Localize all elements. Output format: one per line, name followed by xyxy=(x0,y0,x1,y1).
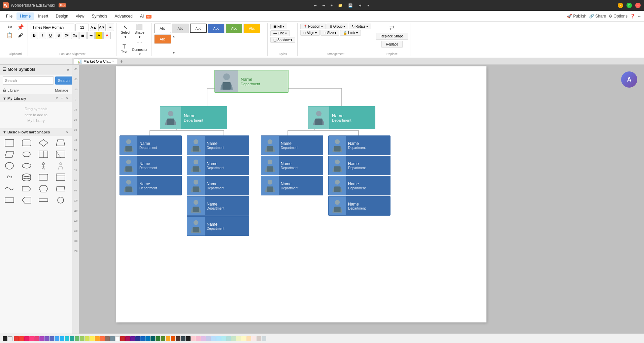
menu-home[interactable]: Home xyxy=(16,12,34,20)
close-button[interactable]: × xyxy=(635,3,641,8)
color-swatch-pink[interactable] xyxy=(24,336,29,341)
tab-market-org[interactable]: 📊 Market Org Ch... × xyxy=(74,58,118,64)
shape-divider-rect[interactable] xyxy=(3,195,16,205)
shape-trapezoid[interactable] xyxy=(54,138,67,148)
toolbar-redo[interactable]: ↪ xyxy=(320,3,327,8)
org-node-c4-1[interactable]: NameDepartment xyxy=(328,135,391,155)
org-node-c4-2[interactable]: NameDepartment xyxy=(328,156,391,175)
shape-person[interactable] xyxy=(37,161,50,171)
color-swatch-grey[interactable] xyxy=(110,336,115,341)
align-btn2[interactable]: ⊟ Align ▾ xyxy=(300,30,320,36)
position-btn[interactable]: 📍 Position ▾ xyxy=(300,24,326,29)
color-swatch-darkorange[interactable] xyxy=(171,336,175,341)
color-swatch-lightgreybg[interactable] xyxy=(262,336,266,341)
org-node-c2-3[interactable]: NameDepartment xyxy=(187,176,249,195)
rotate-btn[interactable]: ↻ Rotate ▾ xyxy=(349,24,371,29)
shape-rect-thin[interactable] xyxy=(37,195,50,205)
help-btn[interactable]: ❓ xyxy=(630,14,635,19)
org-node-c2-5[interactable]: NameDepartment xyxy=(187,216,249,236)
shape-style-7[interactable]: Abc xyxy=(154,34,171,44)
align-btn[interactable]: ≡ xyxy=(107,24,114,31)
color-swatch-darkblue[interactable] xyxy=(140,336,145,341)
menu-design[interactable]: Design xyxy=(52,12,71,20)
color-swatch-lime[interactable] xyxy=(85,336,90,341)
menu-file[interactable]: File xyxy=(3,12,16,20)
toolbar-open[interactable]: 📁 xyxy=(336,3,344,8)
styles-expand-up[interactable]: ▲ xyxy=(172,34,175,38)
org-node-c1-2[interactable]: NameDepartment xyxy=(120,156,182,175)
color-swatch-lightpink[interactable] xyxy=(196,336,201,341)
replace-shape-btn[interactable]: Replace Shape xyxy=(376,33,408,40)
color-swatch-violet[interactable] xyxy=(44,336,49,341)
font-name-input[interactable] xyxy=(31,24,74,31)
menu-insert[interactable]: Insert xyxy=(35,12,52,20)
color-swatch-blue[interactable] xyxy=(55,336,59,341)
shape-btn[interactable]: ⬜ Shape▾ xyxy=(133,24,146,40)
size-btn[interactable]: ⊡ Size ▾ xyxy=(320,30,339,36)
cut-btn[interactable]: ✂ xyxy=(5,24,15,31)
color-swatch-black[interactable] xyxy=(186,336,191,341)
color-swatch-pink3[interactable] xyxy=(34,336,39,341)
minimize-button[interactable]: − xyxy=(618,3,623,8)
org-node-l1-left[interactable]: Name Department xyxy=(160,106,227,129)
panel-collapse-btn[interactable]: « xyxy=(67,67,69,72)
color-swatch-lightcyan2[interactable] xyxy=(216,336,221,341)
toolbar-new[interactable]: + xyxy=(329,3,334,8)
shape-parallelogram[interactable] xyxy=(3,149,16,159)
increase-font-btn[interactable]: A▲ xyxy=(90,24,97,31)
shape-yes[interactable]: Yes xyxy=(3,172,16,182)
shapes-close-btn[interactable]: × xyxy=(65,130,69,134)
color-swatch-darkindigo[interactable] xyxy=(135,336,140,341)
underline-btn[interactable]: U xyxy=(47,32,54,39)
color-swatch-darkred[interactable] xyxy=(120,336,125,341)
org-node-top[interactable]: Name Department xyxy=(214,70,289,93)
menu-view[interactable]: View xyxy=(72,12,88,20)
font-size-input[interactable] xyxy=(75,24,89,31)
canvas-area[interactable]: -30 -20 -10 0 10 20 30 40 50 60 70 80 90… xyxy=(72,65,644,334)
shape-style-4[interactable]: Abc xyxy=(208,24,225,33)
shape-split-rect[interactable] xyxy=(37,149,50,159)
toolbar-more[interactable]: ▾ xyxy=(366,3,371,8)
lock-btn[interactable]: 🔒 Lock ▾ xyxy=(340,30,361,36)
color-swatch-red1[interactable] xyxy=(14,336,19,341)
fill-btn[interactable]: ▣ Fill ▾ xyxy=(270,24,287,29)
shape-stadium[interactable] xyxy=(20,149,33,159)
org-node-c3-2[interactable]: NameDepartment xyxy=(261,156,323,175)
canvas-page[interactable]: Name Department Name Department xyxy=(116,66,486,322)
org-node-c2-1[interactable]: NameDepartment xyxy=(187,135,249,155)
options-btn[interactable]: ⚙ Options xyxy=(609,14,628,19)
color-picker-btn[interactable] xyxy=(3,336,7,341)
replace-btn[interactable]: Replace xyxy=(381,41,403,48)
connector-btn[interactable]: ⌒ Connector▾ xyxy=(130,41,149,57)
color-swatch-orange[interactable] xyxy=(95,336,100,341)
format-painter-btn[interactable]: 🖌 xyxy=(15,32,26,39)
shape-circle[interactable] xyxy=(3,161,16,171)
shapes-header[interactable]: ▼ Basic Flowchart Shapes × xyxy=(0,128,72,136)
color-swatch-darklgreen[interactable] xyxy=(161,336,165,341)
color-swatch-purple[interactable] xyxy=(39,336,44,341)
org-node-c1-1[interactable]: NameDepartment xyxy=(120,135,182,155)
color-swatch-white[interactable] xyxy=(115,336,120,341)
menu-advanced[interactable]: Advanced xyxy=(111,12,136,20)
org-node-c2-2[interactable]: NameDepartment xyxy=(187,156,249,175)
shape-style-3[interactable]: Abc xyxy=(190,24,207,33)
shadow-btn[interactable]: ◫ Shadow ▾ xyxy=(270,37,295,43)
tab-close-btn[interactable]: × xyxy=(112,60,114,63)
shape-rounded-single[interactable] xyxy=(37,172,50,182)
group-btn[interactable]: ⊞ Group ▾ xyxy=(327,24,348,29)
color-swatch-pink2[interactable] xyxy=(29,336,34,341)
shape-style-5[interactable]: Abc xyxy=(226,24,242,33)
color-swatch-darkpurple[interactable] xyxy=(130,336,135,341)
font-color-btn[interactable]: A xyxy=(103,32,111,39)
color-swatch-indigo[interactable] xyxy=(49,336,54,341)
toolbar-save[interactable]: 💾 xyxy=(346,3,354,8)
color-swatch-cyan[interactable] xyxy=(65,336,69,341)
org-node-c4-3[interactable]: NameDepartment xyxy=(328,176,391,195)
color-swatch-lgreen[interactable] xyxy=(80,336,84,341)
styles-expand-down[interactable]: ▼ xyxy=(172,51,175,55)
shape-diamond[interactable] xyxy=(37,138,50,148)
shape-triangle-rect[interactable] xyxy=(54,149,67,159)
org-node-c3-3[interactable]: NameDepartment xyxy=(261,176,323,195)
manage-btn[interactable]: Manage xyxy=(54,88,69,93)
font-color-bg-btn[interactable]: A xyxy=(95,32,103,39)
